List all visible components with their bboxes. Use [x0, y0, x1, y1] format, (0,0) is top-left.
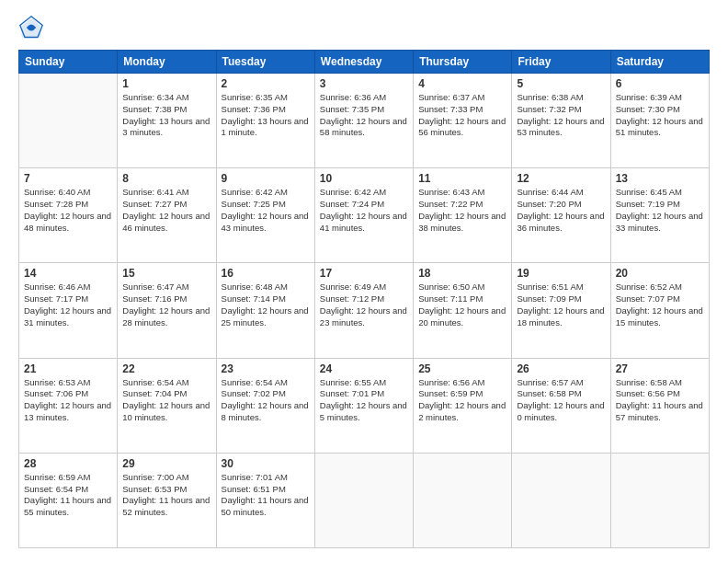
day-info: Sunrise: 6:42 AMSunset: 7:25 PMDaylight:… [222, 187, 310, 234]
day-number: 29 [122, 457, 210, 470]
sunrise: Sunrise: 6:47 AM [122, 282, 188, 292]
table-row: 8Sunrise: 6:41 AMSunset: 7:27 PMDaylight… [118, 168, 216, 263]
day-info: Sunrise: 6:46 AMSunset: 7:17 PMDaylight:… [24, 282, 112, 328]
col-friday: Friday [512, 51, 610, 74]
sunrise: Sunrise: 7:01 AM [222, 472, 288, 482]
day-number: 26 [517, 362, 605, 375]
table-row: 4Sunrise: 6:37 AMSunset: 7:33 PMDaylight… [414, 74, 512, 168]
calendar: Sunday Monday Tuesday Wednesday Thursday… [18, 50, 710, 548]
day-info: Sunrise: 6:36 AMSunset: 7:35 PMDaylight:… [320, 92, 408, 139]
day-number: 24 [320, 362, 408, 375]
sunset: Sunset: 6:54 PM [24, 484, 88, 494]
day-info: Sunrise: 6:59 AMSunset: 6:54 PMDaylight:… [24, 472, 112, 519]
sunset: Sunset: 7:19 PM [616, 199, 680, 209]
sunrise: Sunrise: 6:37 AM [418, 92, 484, 102]
col-saturday: Saturday [610, 51, 709, 74]
day-number: 28 [24, 457, 112, 470]
day-number: 10 [320, 172, 408, 185]
sunrise: Sunrise: 6:58 AM [616, 377, 682, 387]
sunset: Sunset: 7:02 PM [222, 388, 286, 398]
day-number: 7 [24, 172, 112, 185]
table-row: 26Sunrise: 6:57 AMSunset: 6:58 PMDayligh… [512, 358, 610, 453]
table-row: 24Sunrise: 6:55 AMSunset: 7:01 PMDayligh… [314, 358, 413, 453]
sunset: Sunset: 7:09 PM [517, 293, 581, 304]
day-number: 11 [418, 172, 506, 185]
table-row [512, 453, 610, 547]
table-row: 10Sunrise: 6:42 AMSunset: 7:24 PMDayligh… [314, 168, 413, 263]
sunrise: Sunrise: 6:57 AM [517, 377, 583, 387]
daylight: Daylight: 11 hours and 52 minutes. [122, 495, 210, 517]
day-info: Sunrise: 6:42 AMSunset: 7:24 PMDaylight:… [320, 187, 408, 234]
day-number: 2 [222, 77, 310, 90]
day-info: Sunrise: 6:56 AMSunset: 6:59 PMDaylight:… [418, 377, 506, 424]
day-info: Sunrise: 6:58 AMSunset: 6:56 PMDaylight:… [616, 377, 704, 424]
daylight: Daylight: 12 hours and 43 minutes. [222, 211, 309, 233]
sunrise: Sunrise: 6:54 AM [222, 377, 288, 387]
table-row [314, 453, 413, 547]
table-row: 21Sunrise: 6:53 AMSunset: 7:06 PMDayligh… [19, 358, 118, 453]
calendar-week-row: 28Sunrise: 6:59 AMSunset: 6:54 PMDayligh… [19, 453, 710, 547]
table-row: 12Sunrise: 6:44 AMSunset: 7:20 PMDayligh… [512, 168, 610, 263]
table-row: 6Sunrise: 6:39 AMSunset: 7:30 PMDaylight… [610, 74, 709, 168]
daylight: Daylight: 12 hours and 56 minutes. [418, 116, 506, 138]
daylight: Daylight: 12 hours and 51 minutes. [616, 116, 703, 138]
sunrise: Sunrise: 6:56 AM [418, 377, 484, 387]
daylight: Daylight: 12 hours and 31 minutes. [24, 305, 111, 327]
day-info: Sunrise: 6:53 AMSunset: 7:06 PMDaylight:… [24, 377, 112, 424]
sunrise: Sunrise: 6:38 AM [517, 92, 583, 102]
table-row: 13Sunrise: 6:45 AMSunset: 7:19 PMDayligh… [610, 168, 709, 263]
sunrise: Sunrise: 6:43 AM [418, 187, 484, 197]
day-info: Sunrise: 6:37 AMSunset: 7:33 PMDaylight:… [418, 92, 506, 139]
sunrise: Sunrise: 6:48 AM [222, 282, 288, 292]
calendar-week-row: 14Sunrise: 6:46 AMSunset: 7:17 PMDayligh… [19, 263, 710, 358]
day-info: Sunrise: 6:38 AMSunset: 7:32 PMDaylight:… [517, 92, 605, 139]
sunset: Sunset: 6:59 PM [418, 388, 483, 398]
table-row [19, 74, 118, 168]
sunrise: Sunrise: 6:59 AM [24, 472, 90, 482]
table-row: 7Sunrise: 6:40 AMSunset: 7:28 PMDaylight… [19, 168, 118, 263]
table-row: 30Sunrise: 7:01 AMSunset: 6:51 PMDayligh… [216, 453, 314, 547]
daylight: Daylight: 12 hours and 18 minutes. [517, 305, 604, 327]
daylight: Daylight: 12 hours and 20 minutes. [418, 305, 506, 327]
daylight: Daylight: 12 hours and 53 minutes. [517, 116, 604, 138]
day-info: Sunrise: 6:43 AMSunset: 7:22 PMDaylight:… [418, 187, 506, 234]
col-wednesday: Wednesday [314, 51, 413, 74]
sunset: Sunset: 7:33 PM [418, 104, 483, 114]
day-number: 21 [24, 362, 112, 375]
day-info: Sunrise: 6:47 AMSunset: 7:16 PMDaylight:… [122, 282, 210, 328]
day-info: Sunrise: 6:52 AMSunset: 7:07 PMDaylight:… [616, 282, 704, 328]
page: Sunday Monday Tuesday Wednesday Thursday… [0, 0, 728, 563]
sunset: Sunset: 7:01 PM [320, 388, 384, 398]
sunset: Sunset: 7:32 PM [517, 104, 581, 114]
day-number: 23 [222, 362, 310, 375]
sunrise: Sunrise: 6:39 AM [616, 92, 682, 102]
daylight: Daylight: 12 hours and 8 minutes. [222, 400, 309, 422]
sunrise: Sunrise: 6:34 AM [122, 92, 188, 102]
logo [18, 15, 48, 40]
sunset: Sunset: 7:38 PM [122, 104, 187, 114]
table-row: 2Sunrise: 6:35 AMSunset: 7:36 PMDaylight… [216, 74, 314, 168]
sunrise: Sunrise: 6:45 AM [616, 187, 682, 197]
sunset: Sunset: 7:07 PM [616, 293, 680, 304]
header [18, 15, 710, 40]
daylight: Daylight: 12 hours and 41 minutes. [320, 211, 407, 233]
sunrise: Sunrise: 6:53 AM [24, 377, 90, 387]
day-number: 20 [616, 267, 704, 280]
day-number: 14 [24, 267, 112, 280]
daylight: Daylight: 12 hours and 13 minutes. [24, 400, 111, 422]
day-number: 30 [222, 457, 310, 470]
sunset: Sunset: 7:24 PM [320, 199, 384, 209]
sunset: Sunset: 7:20 PM [517, 199, 581, 209]
day-number: 8 [122, 172, 210, 185]
daylight: Daylight: 12 hours and 25 minutes. [222, 305, 309, 327]
daylight: Daylight: 12 hours and 28 minutes. [122, 305, 210, 327]
col-thursday: Thursday [414, 51, 512, 74]
sunrise: Sunrise: 6:42 AM [222, 187, 288, 197]
day-number: 25 [418, 362, 506, 375]
col-tuesday: Tuesday [216, 51, 314, 74]
day-info: Sunrise: 6:50 AMSunset: 7:11 PMDaylight:… [418, 282, 506, 328]
sunset: Sunset: 7:27 PM [122, 199, 187, 209]
day-number: 6 [616, 77, 704, 90]
day-number: 3 [320, 77, 408, 90]
table-row: 14Sunrise: 6:46 AMSunset: 7:17 PMDayligh… [19, 263, 118, 358]
